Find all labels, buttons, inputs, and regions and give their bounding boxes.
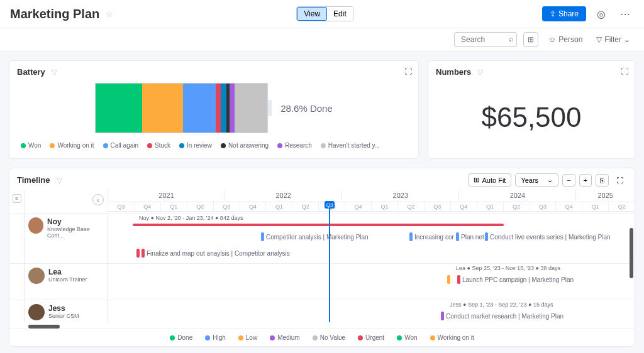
task-pill [441, 312, 444, 320]
timeline-person[interactable]: NoyKnowledge Base Cont... [9, 214, 108, 263]
legend-item: Research [277, 142, 312, 149]
task-pill [136, 249, 140, 258]
chevron-down-icon: ⌄ [547, 176, 553, 184]
timeline-card: Timeline ▽ ⊞Auto Fit Years⌄ − + ⎘ ⛶ ≡ ‹ … [9, 168, 635, 347]
battery-tip [268, 100, 272, 117]
favorite-star-icon[interactable]: ☆ [106, 9, 114, 19]
battery-percent: 28.6% Done [280, 103, 333, 114]
scale-select[interactable]: Years⌄ [515, 173, 558, 187]
task-label: Conduct live events series | Marketing P… [490, 234, 611, 241]
person-role: Unicorn Trainer [48, 276, 87, 283]
timeline-person[interactable]: LeaUnicorn Trainer [9, 264, 108, 300]
legend-label: In review [187, 142, 212, 149]
legend-dot [179, 143, 184, 148]
export-icon[interactable]: ⎘ [596, 174, 609, 187]
timeline-task[interactable]: Finalize and map out anaylsis | Competit… [136, 249, 290, 258]
legend-dot [103, 143, 108, 148]
legend-label: Haven't started y... [328, 142, 380, 149]
legend-dot [50, 143, 55, 148]
legend-dot [321, 143, 326, 148]
timeline-grid: ≡ ‹ 2021 2022 2023 2024 2025 Q3Q4Q1Q2Q3Q… [9, 190, 635, 322]
legend-dot [170, 335, 175, 340]
legend-dot [270, 335, 275, 340]
zoom-in-button[interactable]: + [579, 174, 592, 187]
timeline-track[interactable]: Lea ● Sep 25, '23 - Nov 15, '23 ● 38 day… [108, 264, 635, 300]
task-pill [485, 232, 488, 241]
numbers-expand-icon[interactable]: ⛶ [621, 67, 628, 76]
numbers-filter-icon[interactable]: ▽ [477, 68, 483, 77]
task-label: Launch PPC campaign | Marketing Plan [462, 276, 574, 283]
timeline-task[interactable]: Increasing cor [409, 232, 454, 241]
vertical-scrollbar[interactable] [630, 228, 633, 297]
timeline-row: NoyKnowledge Base Cont... Noy ● Nov 2, '… [9, 213, 635, 263]
legend-item: Working on it [430, 334, 474, 341]
legend-item: Working on it [50, 142, 94, 149]
task-pill [142, 249, 145, 258]
task-pill [456, 232, 459, 241]
timeline-person[interactable]: JessSenior CSM [9, 300, 108, 322]
legend-label: No Value [320, 334, 345, 341]
seg-notstarted [235, 84, 267, 133]
legend-label: High [213, 334, 226, 341]
search-input[interactable] [454, 32, 517, 47]
timeline-expand-icon[interactable]: ⛶ [613, 175, 627, 186]
battery-bar [95, 83, 268, 133]
header-left: Marketing Plan ☆ View Edit [10, 6, 353, 21]
task-label: Competitor analysis | Marketing Plan [266, 234, 369, 241]
scroll-thumb[interactable] [630, 228, 633, 278]
timeline-task[interactable]: Launch PPC campaign | Marketing PlanLaun… [447, 275, 574, 284]
more-menu-icon[interactable]: ⋯ [616, 5, 634, 23]
timeline-bar[interactable] [133, 224, 504, 226]
legend-item: Done [170, 334, 192, 341]
activity-icon[interactable]: ◎ [592, 5, 610, 23]
seg-stuck [216, 84, 221, 133]
edit-button[interactable]: Edit [327, 7, 353, 21]
bar-summary: Noy ● Nov 2, '20 - Jan 23, '24 ● 842 day… [139, 215, 243, 221]
person-filter[interactable]: ☺Person [545, 33, 586, 46]
widget-add-icon[interactable]: ⊞ [523, 32, 538, 47]
autofit-button[interactable]: ⊞Auto Fit [468, 173, 511, 187]
timeline-track[interactable]: Jess ● Sep 1, '23 - Sep 22, '23 ● 15 day… [108, 300, 635, 322]
task-label: Finalize and map out anaylsis | Competit… [147, 250, 290, 257]
battery-card-header: Battery ▽ [17, 67, 411, 77]
legend-item: Urgent [358, 334, 384, 341]
timeline-task[interactable]: Plan net [456, 232, 484, 241]
page-title: Marketing Plan [10, 7, 99, 21]
person-name: Noy [47, 217, 103, 226]
scale-label: Years [521, 176, 538, 184]
avatar [28, 268, 45, 284]
header-right: ⇪ Share ◎ ⋯ [542, 5, 634, 23]
autofit-label: Auto Fit [482, 176, 506, 184]
autofit-icon: ⊞ [474, 176, 479, 184]
legend-label: Stuck [155, 142, 170, 149]
battery-card: Battery ▽ ⛶ 28.6% Done Won Working on it… [9, 60, 419, 159]
seg-research [230, 84, 235, 133]
legend-item: Call again [103, 142, 138, 149]
timeline-task[interactable]: Conduct live events series | Marketing P… [485, 232, 611, 241]
share-button[interactable]: ⇪ Share [542, 6, 586, 21]
filter-button[interactable]: ▽Filter⌄ [592, 33, 634, 46]
battery-filter-icon[interactable]: ▽ [52, 68, 57, 77]
legend-label: Research [285, 142, 312, 149]
bar-summary: Jess ● Sep 1, '23 - Sep 22, '23 ● 15 day… [450, 301, 553, 308]
timeline-task[interactable]: Conduct market research | Marketing Plan [441, 312, 564, 320]
legend-dot [205, 335, 210, 340]
zoom-out-button[interactable]: − [562, 174, 575, 187]
legend-item: Stuck [147, 142, 170, 149]
legend-label: Done [177, 334, 192, 341]
view-button[interactable]: View [297, 7, 327, 21]
timeline-track[interactable]: Noy ● Nov 2, '20 - Jan 23, '24 ● 842 day… [108, 214, 635, 263]
legend-dot [430, 335, 435, 340]
timeline-task[interactable]: Competitor analysis | Marketing Plan [261, 232, 369, 241]
legend-item: Not answering [221, 142, 269, 149]
timeline-now-marker: Q3 [329, 202, 330, 322]
legend-label: Not answering [228, 142, 269, 149]
legend-dot [238, 335, 243, 340]
timeline-prev-button[interactable]: ‹ [92, 194, 104, 205]
battery-expand-icon[interactable]: ⛶ [404, 67, 412, 76]
timeline-footer-legend: Done High Low Medium No Value Urgent Won… [9, 329, 635, 346]
legend-item: No Value [313, 334, 345, 341]
timeline-filter-icon[interactable]: ▽ [57, 176, 62, 185]
task-label: Conduct market research | Marketing Plan [446, 313, 564, 320]
task-pill [457, 275, 460, 284]
